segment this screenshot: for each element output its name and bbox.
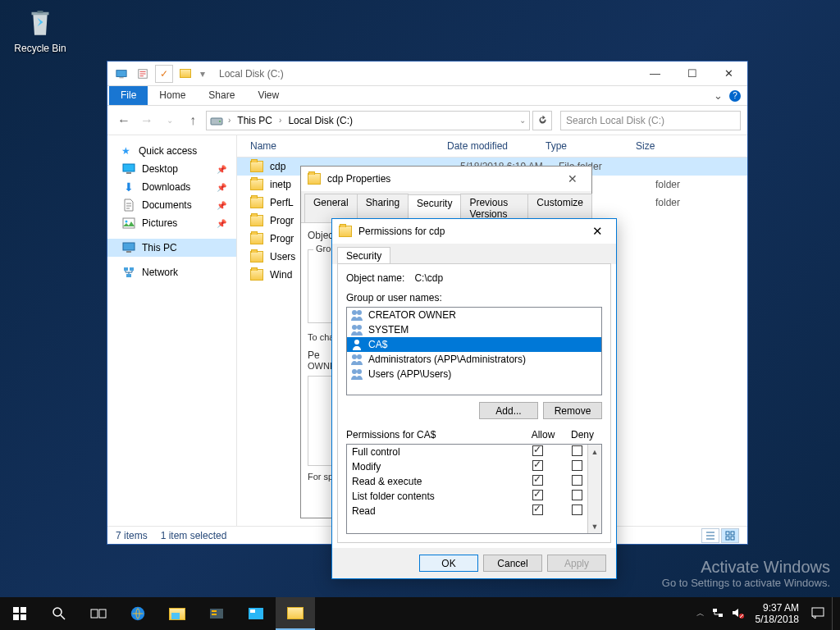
- address-dropdown-icon[interactable]: ⌄: [519, 116, 526, 125]
- help-icon[interactable]: ?: [729, 90, 741, 102]
- tray-notifications-icon[interactable]: [810, 605, 825, 623]
- search-input[interactable]: Search Local Disk (C:): [560, 111, 741, 130]
- close-button[interactable]: ✕: [710, 62, 747, 86]
- search-button[interactable]: [39, 597, 79, 630]
- deny-checkbox[interactable]: [572, 475, 582, 486]
- nav-desktop[interactable]: Desktop📌: [107, 160, 236, 178]
- scrollbar[interactable]: ▲▼: [587, 445, 601, 533]
- user-icon: [350, 338, 363, 351]
- nav-network[interactable]: Network: [107, 263, 236, 281]
- qat-checkbox-icon[interactable]: ✓: [155, 65, 173, 83]
- scroll-up-icon[interactable]: ▲: [588, 445, 601, 459]
- col-size[interactable]: Size: [636, 140, 685, 152]
- taskbar: ︿ 9:37 AM 5/18/2018: [0, 597, 840, 630]
- group-listbox[interactable]: CREATOR OWNER SYSTEM CA$ Administrators …: [346, 307, 602, 395]
- pc-icon: [122, 241, 135, 254]
- qat-folder-icon[interactable]: [176, 65, 194, 83]
- cancel-button[interactable]: Cancel: [483, 555, 542, 572]
- explorer-titlebar[interactable]: ✓ ▾ Local Disk (C:) — ☐ ✕: [107, 62, 747, 86]
- deny-checkbox[interactable]: [572, 490, 582, 500]
- tab-share[interactable]: Share: [197, 86, 246, 105]
- recycle-bin[interactable]: Recycle Bin: [11, 5, 69, 54]
- allow-checkbox[interactable]: [532, 445, 543, 456]
- group-label: Group or user names:: [346, 292, 602, 304]
- group-item-selected[interactable]: CA$: [347, 337, 601, 352]
- taskbar-explorer[interactable]: [158, 597, 197, 630]
- group-item[interactable]: Administrators (APP\Administrators): [347, 352, 601, 367]
- qat-system-icon[interactable]: [112, 65, 130, 83]
- folder-icon: [308, 173, 321, 185]
- minimize-button[interactable]: —: [637, 62, 673, 86]
- show-desktop-button[interactable]: [832, 597, 837, 630]
- remove-button[interactable]: Remove: [543, 402, 602, 419]
- start-button[interactable]: [0, 597, 39, 630]
- scroll-down-icon[interactable]: ▼: [588, 519, 601, 533]
- folder-icon: [250, 215, 263, 226]
- breadcrumb-this-pc[interactable]: This PC: [235, 115, 274, 126]
- col-date[interactable]: Date modified: [447, 140, 546, 152]
- task-view-button[interactable]: [79, 597, 118, 630]
- folder-icon: [250, 233, 263, 244]
- tray-network-icon[interactable]: [711, 606, 724, 622]
- permissions-list[interactable]: Full control Modify Read & execute List …: [346, 444, 602, 534]
- col-name[interactable]: Name: [250, 140, 447, 152]
- taskbar-server-manager[interactable]: [197, 597, 236, 630]
- qat-properties-icon[interactable]: [134, 65, 152, 83]
- close-icon[interactable]: ✕: [585, 224, 609, 239]
- chevron-right-icon[interactable]: ›: [276, 116, 285, 125]
- allow-checkbox[interactable]: [532, 490, 543, 500]
- deny-checkbox[interactable]: [572, 504, 582, 515]
- refresh-button[interactable]: [532, 111, 552, 130]
- svg-rect-38: [212, 614, 217, 615]
- add-button[interactable]: Add...: [479, 402, 538, 419]
- tray-volume-icon[interactable]: [731, 606, 744, 622]
- tab-home[interactable]: Home: [148, 86, 197, 105]
- ribbon-expand-icon[interactable]: ⌄: [714, 89, 723, 102]
- allow-checkbox[interactable]: [532, 504, 543, 515]
- maximize-button[interactable]: ☐: [673, 62, 710, 86]
- allow-checkbox[interactable]: [532, 460, 543, 471]
- view-details-button[interactable]: [701, 528, 719, 543]
- deny-label: Deny: [563, 429, 602, 441]
- tray-up-icon[interactable]: ︿: [696, 608, 705, 619]
- apply-button[interactable]: Apply: [547, 555, 606, 572]
- deny-checkbox[interactable]: [572, 445, 582, 456]
- chevron-right-icon[interactable]: ›: [225, 116, 234, 125]
- nav-back-icon[interactable]: ←: [114, 111, 134, 130]
- nav-quick-access[interactable]: ★Quick access: [107, 142, 236, 160]
- tab-view[interactable]: View: [246, 86, 290, 105]
- nav-up-icon[interactable]: ↑: [183, 111, 203, 130]
- taskbar-ie[interactable]: [118, 597, 158, 630]
- group-item[interactable]: Users (APP\Users): [347, 367, 601, 381]
- deny-checkbox[interactable]: [572, 460, 582, 471]
- svg-point-22: [354, 340, 359, 345]
- qat-dropdown[interactable]: ▾: [198, 65, 208, 83]
- ok-button[interactable]: OK: [419, 555, 478, 572]
- properties-titlebar[interactable]: cdp Properties ✕: [301, 167, 591, 191]
- address-bar[interactable]: › This PC › Local Disk (C:) ⌄: [206, 111, 530, 130]
- taskbar-app[interactable]: [236, 597, 276, 630]
- col-type[interactable]: Type: [546, 140, 636, 152]
- nav-recent-icon[interactable]: ⌄: [160, 111, 180, 130]
- nav-pictures[interactable]: Pictures📌: [107, 214, 236, 232]
- svg-point-18: [352, 310, 357, 315]
- column-headers[interactable]: Name Date modified Type Size: [237, 135, 747, 158]
- nav-downloads[interactable]: ⬇Downloads📌: [107, 178, 236, 196]
- tab-security[interactable]: Security: [337, 247, 390, 264]
- group-item[interactable]: CREATOR OWNER: [347, 308, 601, 322]
- desktop-icon: [122, 162, 135, 176]
- nav-documents[interactable]: Documents📌: [107, 196, 236, 214]
- pin-icon: 📌: [217, 183, 231, 192]
- close-icon[interactable]: ✕: [560, 172, 585, 185]
- tab-file[interactable]: File: [109, 86, 148, 105]
- allow-checkbox[interactable]: [532, 475, 543, 486]
- taskbar-explorer-active[interactable]: [276, 597, 315, 630]
- view-icons-button[interactable]: [721, 528, 739, 543]
- tray-clock[interactable]: 9:37 AM 5/18/2018: [751, 602, 804, 626]
- svg-rect-5: [123, 164, 135, 171]
- svg-point-23: [352, 354, 357, 359]
- permissions-titlebar[interactable]: Permissions for cdp ✕: [332, 219, 616, 244]
- breadcrumb-drive[interactable]: Local Disk (C:): [286, 115, 354, 126]
- group-item[interactable]: SYSTEM: [347, 322, 601, 337]
- nav-this-pc[interactable]: This PC: [107, 239, 236, 257]
